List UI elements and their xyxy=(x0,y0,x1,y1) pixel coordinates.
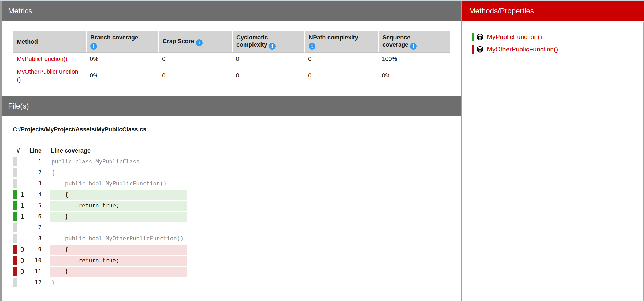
coverage-indicator-bar xyxy=(13,168,17,177)
branch-coverage-cell: 0% xyxy=(86,65,158,86)
column-label: Crap Score xyxy=(163,38,194,44)
coverage-indicator-bar xyxy=(13,179,17,188)
code-text: return true; xyxy=(50,256,187,266)
method-cube-icon xyxy=(477,46,483,53)
coverage-indicator-bar xyxy=(13,267,17,276)
table-row: MyOtherPublicFunction() 0% 0 0 0 0% xyxy=(13,65,450,86)
method-link[interactable]: MyOtherPublicFunction() xyxy=(487,46,558,53)
column-label: Method xyxy=(17,38,38,45)
line-number: 7 xyxy=(21,222,42,233)
methods-properties-header: Methods/Properties xyxy=(462,1,644,21)
code-line-row: 2 { xyxy=(13,167,200,178)
coverage-indicator-bar xyxy=(472,33,474,41)
methods-properties-title: Methods/Properties xyxy=(469,7,534,15)
code-text: public class MyPublicClass xyxy=(50,157,187,167)
sequence-coverage-cell: 0% xyxy=(378,65,450,86)
info-icon[interactable]: i xyxy=(90,43,97,50)
coverage-indicator-bar xyxy=(472,45,474,54)
coverage-indicator-bar xyxy=(13,190,17,199)
npath-complexity-cell: 0 xyxy=(304,65,378,86)
code-line-row: 0 11 } xyxy=(13,266,200,277)
line-number: 3 xyxy=(21,178,42,189)
npath-complexity-cell: 0 xyxy=(304,53,378,65)
code-table-header: # Line Line coverage xyxy=(13,146,200,155)
code-line-row: 1 5 return true; xyxy=(13,200,200,211)
crap-score-cell: 0 xyxy=(158,53,232,65)
code-text: return true; xyxy=(50,201,187,211)
code-line-row: 8 public bool MyOtherPublicFunction() xyxy=(13,233,200,244)
coverage-report-page: { "colors": { "accent_red": "#cb0000", "… xyxy=(0,0,644,301)
table-row: MyPublicFunction() 0% 0 0 0 100% xyxy=(13,53,450,65)
code-text: } xyxy=(50,212,187,222)
method-link[interactable]: MyPublicFunction() xyxy=(487,33,542,41)
column-header-branch-coverage: Branch coverage i xyxy=(86,31,158,53)
line-number: 10 xyxy=(21,255,42,266)
line-number-column-header: Line xyxy=(21,146,42,155)
cyclomatic-complexity-cell: 0 xyxy=(232,65,304,86)
code-text: { xyxy=(50,190,187,200)
column-label: Sequence coverage xyxy=(382,34,410,48)
coverage-indicator-bar xyxy=(13,223,17,232)
line-number: 1 xyxy=(21,156,42,167)
window-left-edge xyxy=(0,1,2,301)
code-line-row: 12 } xyxy=(13,277,200,288)
method-cell: MyOtherPublicFunction() xyxy=(13,65,86,86)
column-label: NPath complexity xyxy=(309,34,358,41)
column-header-crap-score: Crap Score i xyxy=(158,31,232,53)
info-icon[interactable]: i xyxy=(309,43,315,50)
column-header-cyclomatic-complexity: Cyclomatic complexity i xyxy=(232,31,304,53)
code-line-row: 3 public bool MyPublicFunction() xyxy=(13,178,200,189)
code-line-row: 0 10 return true; xyxy=(13,255,200,266)
source-code-listing: 1 public class MyPublicClass 2 { 3 publi… xyxy=(13,156,200,288)
metrics-header-row: Method Branch coverage i Crap Score i Cy… xyxy=(13,31,450,53)
sidebar-method-item[interactable]: MyOtherPublicFunction() xyxy=(472,44,633,54)
line-number: 8 xyxy=(21,233,42,244)
line-number: 12 xyxy=(21,277,42,288)
code-line-row: 1 public class MyPublicClass xyxy=(13,156,200,167)
hit-count-column-header: # xyxy=(15,146,21,155)
method-link[interactable]: MyPublicFunction() xyxy=(17,55,67,62)
method-cell: MyPublicFunction() xyxy=(13,53,86,65)
info-icon[interactable]: i xyxy=(269,43,276,50)
crap-score-cell: 0 xyxy=(158,65,232,86)
column-header-method: Method xyxy=(13,31,86,53)
line-number: 5 xyxy=(21,200,42,211)
code-line-row: 0 9 { xyxy=(13,244,200,255)
column-label: Branch coverage xyxy=(90,34,138,41)
method-cube-icon xyxy=(477,34,483,40)
column-header-npath-complexity: NPath complexity i xyxy=(304,31,378,53)
code-line-row: 1 4 { xyxy=(13,189,200,200)
code-text: } xyxy=(50,278,187,288)
metrics-title: Metrics xyxy=(8,7,32,15)
code-text: } xyxy=(50,267,187,277)
line-number: 11 xyxy=(21,266,42,277)
coverage-indicator-bar xyxy=(13,234,17,243)
code-line-row: 1 6 } xyxy=(13,211,200,222)
coverage-indicator-bar xyxy=(13,278,17,287)
column-header-sequence-coverage: Sequence coverage i xyxy=(378,31,450,53)
code-line-row: 7 xyxy=(13,222,200,233)
branch-coverage-cell: 0% xyxy=(86,53,158,65)
sidebar-method-item[interactable]: MyPublicFunction() xyxy=(472,32,633,42)
code-text: { xyxy=(50,168,187,178)
coverage-indicator-bar xyxy=(13,201,17,210)
code-text: public bool MyPublicFunction() xyxy=(50,179,187,189)
info-icon[interactable]: i xyxy=(196,39,203,46)
column-label: Cyclomatic complexity xyxy=(236,34,268,48)
sequence-coverage-cell: 100% xyxy=(378,53,450,65)
coverage-indicator-bar xyxy=(13,212,17,221)
coverage-indicator-bar xyxy=(13,256,17,265)
info-icon[interactable]: i xyxy=(410,43,417,50)
line-coverage-column-header: Line coverage xyxy=(51,146,91,155)
content-sidebar-divider xyxy=(461,1,462,301)
line-number: 2 xyxy=(21,167,42,178)
files-title: File(s) xyxy=(8,102,29,110)
line-number: 9 xyxy=(21,244,42,255)
code-text: public bool MyOtherPublicFunction() xyxy=(50,234,187,244)
coverage-indicator-bar xyxy=(13,245,17,254)
cyclomatic-complexity-cell: 0 xyxy=(232,53,304,65)
method-link[interactable]: MyOtherPublicFunction() xyxy=(17,68,78,83)
file-path: C:/Projects/MyProject/Assets/MyPublicCla… xyxy=(13,126,146,133)
metrics-table: Method Branch coverage i Crap Score i Cy… xyxy=(13,31,450,86)
window-right-edge xyxy=(643,22,644,301)
